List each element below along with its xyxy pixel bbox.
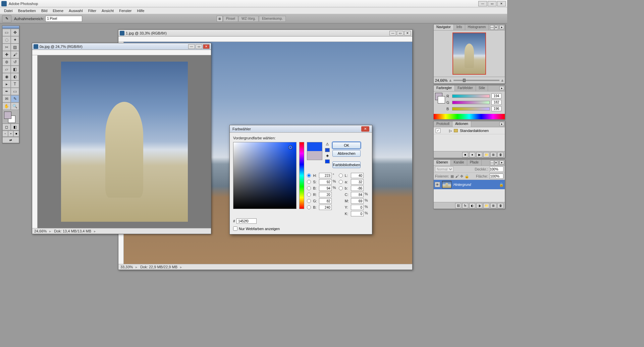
web-only-checkbox[interactable] xyxy=(233,226,237,231)
hand-tool[interactable]: ✋ xyxy=(2,102,11,110)
r-slider[interactable] xyxy=(452,94,490,98)
g-value[interactable]: 182 xyxy=(491,100,501,105)
expand-icon[interactable]: ▷ xyxy=(449,129,452,133)
b-slider[interactable] xyxy=(452,107,490,111)
brgb-input[interactable] xyxy=(319,205,332,210)
hsb-b-radio[interactable] xyxy=(307,186,311,190)
doc-close-button[interactable]: ✕ xyxy=(203,44,210,49)
tab-aktionen[interactable]: Aktionen xyxy=(452,121,471,127)
marquee-tool[interactable]: ▭ xyxy=(2,29,11,36)
websafe-warning-icon[interactable]: ◈ xyxy=(325,153,330,158)
tab-protokoll[interactable]: Protokoll xyxy=(434,121,452,127)
action-enabled-checkbox[interactable]: ✓ xyxy=(436,128,440,133)
bg-swatch[interactable] xyxy=(438,96,445,103)
well-toggle-icon[interactable]: ⊞ xyxy=(217,16,223,22)
lock-transparency-icon[interactable]: ▦ xyxy=(450,174,454,179)
panel-close-button[interactable]: ✕ xyxy=(494,160,498,165)
layer-thumbnail[interactable] xyxy=(442,181,451,188)
ruler-horizontal[interactable] xyxy=(32,50,211,55)
r-input[interactable] xyxy=(319,192,332,197)
blur-tool[interactable]: ◉ xyxy=(2,73,11,80)
panel-minimize-button[interactable]: — xyxy=(490,160,494,165)
doc-maximize-button[interactable]: ▭ xyxy=(196,44,202,49)
delete-button[interactable]: 🗑 xyxy=(497,152,503,157)
opacity-input[interactable] xyxy=(489,166,503,172)
lock-all-icon[interactable]: 🔒 xyxy=(465,174,469,179)
m-input[interactable] xyxy=(351,198,364,204)
minimize-button[interactable]: — xyxy=(478,1,487,6)
fill-input[interactable] xyxy=(489,174,503,179)
pen-tool[interactable]: ✒ xyxy=(2,88,11,95)
foreground-color-swatch[interactable] xyxy=(4,112,11,119)
gamut-color-swatch[interactable] xyxy=(325,148,330,152)
tab-stile[interactable]: Stile xyxy=(476,85,488,91)
menu-ansicht[interactable]: Ansicht xyxy=(99,8,116,13)
menu-fenster[interactable]: Fenster xyxy=(116,8,134,13)
new-set-button[interactable]: 📁 xyxy=(483,152,489,157)
tab-kanaele[interactable]: Kanäle xyxy=(451,160,467,165)
panel-menu-button[interactable]: ▸ xyxy=(499,160,504,164)
lock-position-icon[interactable]: ✥ xyxy=(460,174,463,179)
screen-full[interactable]: ■ xyxy=(13,131,19,137)
close-button[interactable]: ✕ xyxy=(497,1,506,6)
ruler-horizontal[interactable] xyxy=(118,37,412,42)
doc-minimize-button[interactable]: — xyxy=(389,31,396,36)
menu-bild[interactable]: Bild xyxy=(39,8,50,13)
rgb-r-radio[interactable] xyxy=(307,193,311,197)
eyedropper-tool[interactable]: ✎ xyxy=(11,95,19,102)
menu-hilfe[interactable]: Hilfe xyxy=(134,8,147,13)
menu-filter[interactable]: Filter xyxy=(86,8,99,13)
panel-menu-button[interactable]: ▸ xyxy=(499,122,504,126)
zoom-out-icon[interactable]: ▵ xyxy=(449,78,451,82)
well-tab-ebenenkomp[interactable]: Ebenenkomp. xyxy=(259,16,286,22)
sample-size-dropdown[interactable]: 1 Pixel xyxy=(45,16,82,22)
well-tab-wzvorg[interactable]: WZ-Vorg. xyxy=(238,16,259,22)
panel-menu-button[interactable]: ▸ xyxy=(499,25,504,29)
dialog-titlebar[interactable]: Farbwähler ✕ xyxy=(230,125,372,133)
document-canvas-front[interactable] xyxy=(38,55,211,228)
slider-thumb[interactable] xyxy=(463,79,466,82)
menu-auswahl[interactable]: Auswahl xyxy=(66,8,86,13)
tab-farbregler[interactable]: Farbregler xyxy=(434,85,455,91)
tab-navigator[interactable]: Navigator xyxy=(434,24,454,30)
g-input[interactable] xyxy=(319,198,332,204)
maximize-button[interactable]: ▭ xyxy=(488,1,496,6)
brush-tool[interactable]: 🖌 xyxy=(11,51,19,58)
delete-layer-button[interactable]: 🗑 xyxy=(497,203,503,208)
well-tab-pinsel[interactable]: Pinsel xyxy=(223,16,238,22)
lock-pixels-icon[interactable]: 🖌 xyxy=(455,174,459,178)
k-input[interactable] xyxy=(351,211,364,216)
document-titlebar-main[interactable]: 1.jpg @ 33,3% (RGB/8#) — ▭ ✕ xyxy=(118,30,412,37)
path-tool[interactable]: ▸ xyxy=(2,80,11,88)
panel-close-button[interactable]: ✕ xyxy=(494,25,498,30)
gamut-warning-icon[interactable]: ⚠ xyxy=(325,142,330,147)
doc-close-button[interactable]: ✕ xyxy=(404,31,411,36)
ok-button[interactable]: OK xyxy=(332,142,361,149)
actions-list-item[interactable]: ✓ ▷ Standardaktionen xyxy=(434,127,505,134)
rgb-b-radio[interactable] xyxy=(307,205,311,209)
jump-to-imageready[interactable]: ⇄ xyxy=(2,137,19,143)
panel-menu-button[interactable]: ▸ xyxy=(499,86,504,90)
play-button[interactable]: ▶ xyxy=(476,152,482,157)
c-input[interactable] xyxy=(351,192,364,197)
heal-tool[interactable]: ✚ xyxy=(2,51,11,58)
dialog-close-button[interactable]: ✕ xyxy=(361,126,369,132)
tab-histogramm[interactable]: Histogramm xyxy=(465,24,489,30)
eyedropper-tool-icon[interactable]: ✎ xyxy=(2,15,11,22)
history-brush-tool[interactable]: ↺ xyxy=(11,58,19,66)
zoom-tool[interactable]: 🔍 xyxy=(11,102,19,110)
cancel-button[interactable]: Abbrechen xyxy=(332,150,361,157)
stamp-tool[interactable]: ⊛ xyxy=(2,58,11,66)
doc-maximize-button[interactable]: ▭ xyxy=(397,31,404,36)
adjustment-layer-button[interactable]: ◑ xyxy=(476,203,482,208)
lasso-tool[interactable]: ◌ xyxy=(2,36,11,44)
standard-mode-button[interactable]: ◻ xyxy=(2,124,11,130)
blend-mode-select[interactable]: Normal xyxy=(435,166,453,172)
layer-name[interactable]: Hintergrund xyxy=(453,183,497,187)
hue-cursor[interactable] xyxy=(298,168,306,171)
a-input[interactable] xyxy=(351,179,364,185)
r-value[interactable]: 194 xyxy=(491,93,501,98)
websafe-color-swatch[interactable] xyxy=(325,159,330,163)
tab-pfade[interactable]: Pfade xyxy=(467,160,482,165)
l-input[interactable] xyxy=(351,173,364,178)
